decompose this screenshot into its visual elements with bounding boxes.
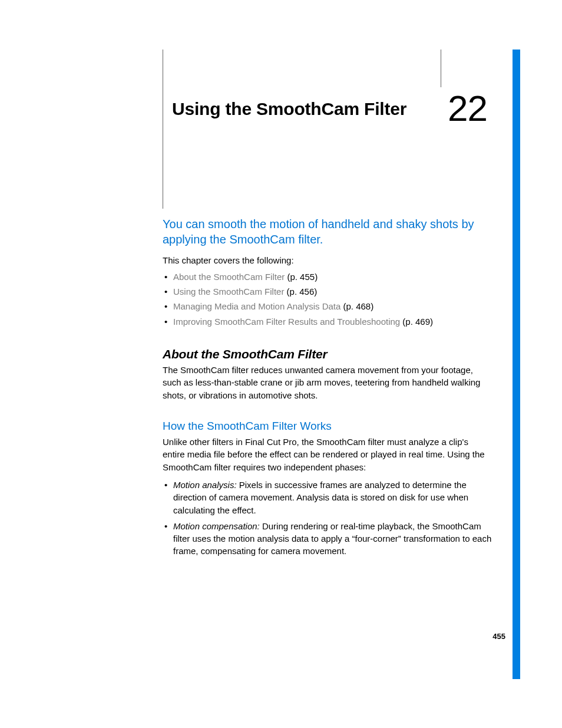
toc-intro: This chapter covers the following:	[163, 255, 294, 265]
phase-item: Motion analysis: Pixels in successive fr…	[163, 479, 492, 516]
toc-page-ref: (p. 469)	[400, 317, 433, 327]
phases-list: Motion analysis: Pixels in successive fr…	[163, 479, 492, 561]
toc-link-improving[interactable]: Improving SmoothCam Filter Results and T…	[173, 317, 400, 327]
toc-item: Managing Media and Motion Analysis Data …	[163, 299, 492, 314]
header-rule-right	[441, 50, 441, 87]
page: Using the SmoothCam Filter 22 You can sm…	[0, 0, 562, 728]
phase-term: Motion analysis:	[173, 480, 239, 490]
toc-item: About the SmoothCam Filter (p. 455)	[163, 269, 492, 284]
side-accent-bar	[513, 50, 520, 679]
toc-page-ref: (p. 468)	[340, 301, 373, 311]
chapter-summary: You can smooth the motion of handheld an…	[163, 217, 484, 247]
heading-about: About the SmoothCam Filter	[163, 347, 327, 361]
about-paragraph: The SmoothCam filter reduces unwanted ca…	[163, 364, 492, 401]
header-rule-left	[163, 50, 163, 209]
toc-page-ref: (p. 456)	[284, 286, 317, 297]
toc-item: Improving SmoothCam Filter Results and T…	[163, 314, 492, 329]
phase-item: Motion compensation: During rendering or…	[163, 520, 492, 558]
toc-link-using[interactable]: Using the SmoothCam Filter	[173, 286, 284, 297]
page-number: 455	[492, 632, 505, 641]
how-paragraph: Unlike other filters in Final Cut Pro, t…	[163, 436, 492, 473]
toc-page-ref: (p. 455)	[285, 272, 318, 282]
heading-how: How the SmoothCam Filter Works	[163, 420, 332, 433]
toc-link-managing[interactable]: Managing Media and Motion Analysis Data	[173, 301, 340, 311]
toc-list: About the SmoothCam Filter (p. 455) Usin…	[163, 269, 492, 329]
toc-link-about[interactable]: About the SmoothCam Filter	[173, 272, 285, 282]
chapter-number: 22	[448, 87, 487, 129]
phase-term: Motion compensation:	[173, 521, 262, 531]
toc-item: Using the SmoothCam Filter (p. 456)	[163, 284, 492, 299]
chapter-title: Using the SmoothCam Filter	[172, 99, 406, 119]
